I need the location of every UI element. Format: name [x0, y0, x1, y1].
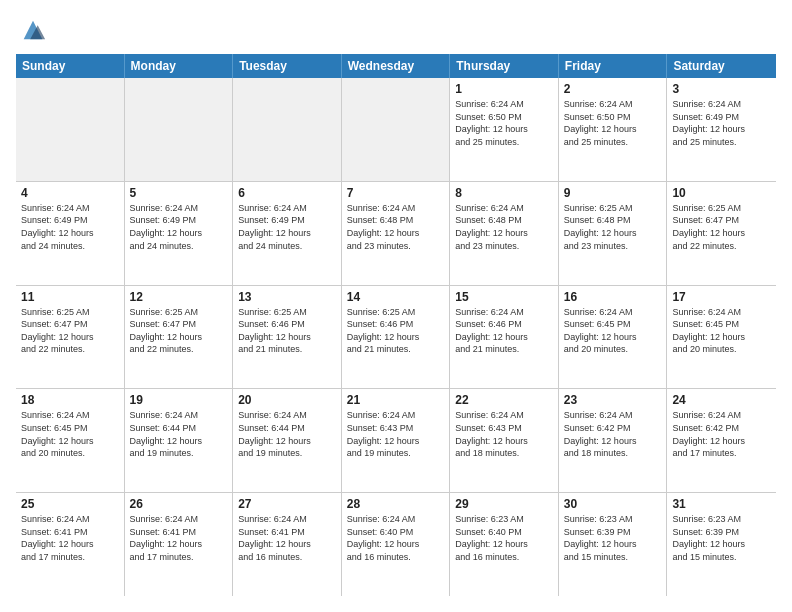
day-number: 23: [564, 393, 662, 407]
day-number: 3: [672, 82, 771, 96]
day-info: Sunrise: 6:24 AM Sunset: 6:50 PM Dayligh…: [455, 98, 553, 148]
calendar-cell: 24Sunrise: 6:24 AM Sunset: 6:42 PM Dayli…: [667, 389, 776, 492]
day-number: 17: [672, 290, 771, 304]
calendar-row-4: 25Sunrise: 6:24 AM Sunset: 6:41 PM Dayli…: [16, 493, 776, 596]
calendar-row-1: 4Sunrise: 6:24 AM Sunset: 6:49 PM Daylig…: [16, 182, 776, 286]
header-cell-thursday: Thursday: [450, 54, 559, 78]
day-info: Sunrise: 6:25 AM Sunset: 6:46 PM Dayligh…: [238, 306, 336, 356]
day-number: 21: [347, 393, 445, 407]
day-info: Sunrise: 6:24 AM Sunset: 6:41 PM Dayligh…: [238, 513, 336, 563]
logo: [16, 16, 47, 44]
header-cell-monday: Monday: [125, 54, 234, 78]
day-number: 12: [130, 290, 228, 304]
calendar-body: 1Sunrise: 6:24 AM Sunset: 6:50 PM Daylig…: [16, 78, 776, 596]
calendar-cell: 9Sunrise: 6:25 AM Sunset: 6:48 PM Daylig…: [559, 182, 668, 285]
day-info: Sunrise: 6:24 AM Sunset: 6:46 PM Dayligh…: [455, 306, 553, 356]
calendar-cell: 15Sunrise: 6:24 AM Sunset: 6:46 PM Dayli…: [450, 286, 559, 389]
day-number: 28: [347, 497, 445, 511]
calendar-cell: 28Sunrise: 6:24 AM Sunset: 6:40 PM Dayli…: [342, 493, 451, 596]
calendar-cell: 26Sunrise: 6:24 AM Sunset: 6:41 PM Dayli…: [125, 493, 234, 596]
day-info: Sunrise: 6:24 AM Sunset: 6:45 PM Dayligh…: [21, 409, 119, 459]
day-info: Sunrise: 6:24 AM Sunset: 6:48 PM Dayligh…: [347, 202, 445, 252]
calendar-cell: [16, 78, 125, 181]
day-info: Sunrise: 6:24 AM Sunset: 6:43 PM Dayligh…: [347, 409, 445, 459]
calendar-cell: 12Sunrise: 6:25 AM Sunset: 6:47 PM Dayli…: [125, 286, 234, 389]
day-info: Sunrise: 6:24 AM Sunset: 6:45 PM Dayligh…: [564, 306, 662, 356]
calendar-cell: 22Sunrise: 6:24 AM Sunset: 6:43 PM Dayli…: [450, 389, 559, 492]
day-number: 29: [455, 497, 553, 511]
day-number: 14: [347, 290, 445, 304]
day-number: 24: [672, 393, 771, 407]
calendar-cell: [233, 78, 342, 181]
calendar-cell: 18Sunrise: 6:24 AM Sunset: 6:45 PM Dayli…: [16, 389, 125, 492]
day-info: Sunrise: 6:23 AM Sunset: 6:39 PM Dayligh…: [672, 513, 771, 563]
calendar-row-3: 18Sunrise: 6:24 AM Sunset: 6:45 PM Dayli…: [16, 389, 776, 493]
day-info: Sunrise: 6:25 AM Sunset: 6:48 PM Dayligh…: [564, 202, 662, 252]
day-info: Sunrise: 6:24 AM Sunset: 6:41 PM Dayligh…: [21, 513, 119, 563]
calendar-cell: 31Sunrise: 6:23 AM Sunset: 6:39 PM Dayli…: [667, 493, 776, 596]
calendar-cell: 23Sunrise: 6:24 AM Sunset: 6:42 PM Dayli…: [559, 389, 668, 492]
day-number: 6: [238, 186, 336, 200]
day-number: 7: [347, 186, 445, 200]
calendar-row-0: 1Sunrise: 6:24 AM Sunset: 6:50 PM Daylig…: [16, 78, 776, 182]
day-info: Sunrise: 6:24 AM Sunset: 6:50 PM Dayligh…: [564, 98, 662, 148]
day-number: 30: [564, 497, 662, 511]
calendar-cell: 11Sunrise: 6:25 AM Sunset: 6:47 PM Dayli…: [16, 286, 125, 389]
calendar-cell: 25Sunrise: 6:24 AM Sunset: 6:41 PM Dayli…: [16, 493, 125, 596]
calendar-header: SundayMondayTuesdayWednesdayThursdayFrid…: [16, 54, 776, 78]
calendar-cell: 8Sunrise: 6:24 AM Sunset: 6:48 PM Daylig…: [450, 182, 559, 285]
day-info: Sunrise: 6:24 AM Sunset: 6:48 PM Dayligh…: [455, 202, 553, 252]
day-number: 5: [130, 186, 228, 200]
day-number: 19: [130, 393, 228, 407]
day-info: Sunrise: 6:24 AM Sunset: 6:43 PM Dayligh…: [455, 409, 553, 459]
calendar-row-2: 11Sunrise: 6:25 AM Sunset: 6:47 PM Dayli…: [16, 286, 776, 390]
day-info: Sunrise: 6:25 AM Sunset: 6:47 PM Dayligh…: [130, 306, 228, 356]
calendar-cell: 5Sunrise: 6:24 AM Sunset: 6:49 PM Daylig…: [125, 182, 234, 285]
page: SundayMondayTuesdayWednesdayThursdayFrid…: [0, 0, 792, 612]
calendar-cell: 20Sunrise: 6:24 AM Sunset: 6:44 PM Dayli…: [233, 389, 342, 492]
day-info: Sunrise: 6:24 AM Sunset: 6:42 PM Dayligh…: [564, 409, 662, 459]
day-info: Sunrise: 6:24 AM Sunset: 6:49 PM Dayligh…: [21, 202, 119, 252]
calendar-cell: 27Sunrise: 6:24 AM Sunset: 6:41 PM Dayli…: [233, 493, 342, 596]
day-info: Sunrise: 6:24 AM Sunset: 6:45 PM Dayligh…: [672, 306, 771, 356]
day-info: Sunrise: 6:24 AM Sunset: 6:49 PM Dayligh…: [672, 98, 771, 148]
calendar-cell: 3Sunrise: 6:24 AM Sunset: 6:49 PM Daylig…: [667, 78, 776, 181]
calendar-cell: 17Sunrise: 6:24 AM Sunset: 6:45 PM Dayli…: [667, 286, 776, 389]
day-number: 10: [672, 186, 771, 200]
header: [16, 16, 776, 44]
day-number: 8: [455, 186, 553, 200]
calendar-cell: 16Sunrise: 6:24 AM Sunset: 6:45 PM Dayli…: [559, 286, 668, 389]
header-cell-wednesday: Wednesday: [342, 54, 451, 78]
day-number: 20: [238, 393, 336, 407]
calendar-cell: 10Sunrise: 6:25 AM Sunset: 6:47 PM Dayli…: [667, 182, 776, 285]
day-info: Sunrise: 6:25 AM Sunset: 6:47 PM Dayligh…: [672, 202, 771, 252]
calendar-cell: 2Sunrise: 6:24 AM Sunset: 6:50 PM Daylig…: [559, 78, 668, 181]
day-number: 11: [21, 290, 119, 304]
day-number: 26: [130, 497, 228, 511]
calendar-cell: 30Sunrise: 6:23 AM Sunset: 6:39 PM Dayli…: [559, 493, 668, 596]
day-number: 27: [238, 497, 336, 511]
day-number: 4: [21, 186, 119, 200]
calendar-cell: 29Sunrise: 6:23 AM Sunset: 6:40 PM Dayli…: [450, 493, 559, 596]
day-number: 2: [564, 82, 662, 96]
day-info: Sunrise: 6:24 AM Sunset: 6:44 PM Dayligh…: [238, 409, 336, 459]
logo-icon: [19, 16, 47, 44]
day-number: 1: [455, 82, 553, 96]
calendar-cell: [125, 78, 234, 181]
day-info: Sunrise: 6:24 AM Sunset: 6:49 PM Dayligh…: [130, 202, 228, 252]
day-number: 15: [455, 290, 553, 304]
calendar-cell: 7Sunrise: 6:24 AM Sunset: 6:48 PM Daylig…: [342, 182, 451, 285]
day-info: Sunrise: 6:25 AM Sunset: 6:46 PM Dayligh…: [347, 306, 445, 356]
day-info: Sunrise: 6:23 AM Sunset: 6:39 PM Dayligh…: [564, 513, 662, 563]
day-info: Sunrise: 6:24 AM Sunset: 6:40 PM Dayligh…: [347, 513, 445, 563]
day-number: 16: [564, 290, 662, 304]
header-cell-friday: Friday: [559, 54, 668, 78]
day-number: 13: [238, 290, 336, 304]
header-cell-tuesday: Tuesday: [233, 54, 342, 78]
calendar-cell: 21Sunrise: 6:24 AM Sunset: 6:43 PM Dayli…: [342, 389, 451, 492]
header-cell-saturday: Saturday: [667, 54, 776, 78]
calendar-cell: 6Sunrise: 6:24 AM Sunset: 6:49 PM Daylig…: [233, 182, 342, 285]
calendar-cell: 4Sunrise: 6:24 AM Sunset: 6:49 PM Daylig…: [16, 182, 125, 285]
day-info: Sunrise: 6:24 AM Sunset: 6:42 PM Dayligh…: [672, 409, 771, 459]
day-info: Sunrise: 6:24 AM Sunset: 6:41 PM Dayligh…: [130, 513, 228, 563]
